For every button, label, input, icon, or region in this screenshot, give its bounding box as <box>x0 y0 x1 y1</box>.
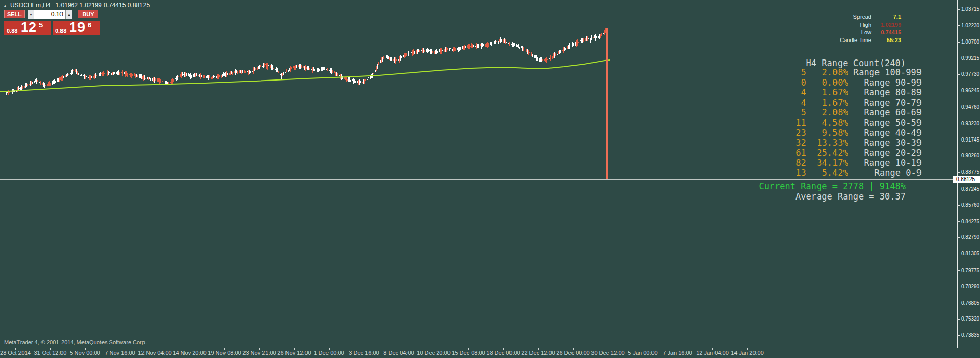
range-row: 61 25.42% Range 20-29 <box>795 148 922 158</box>
price-tick <box>957 303 960 303</box>
range-row: 5 2.08% Range 100-999 <box>795 68 922 78</box>
price-axis-label: 0.87245 <box>961 186 980 192</box>
range-row-count-pct: 13 5.42% <box>795 168 848 178</box>
range-row-label: Range 30-39 <box>848 137 922 148</box>
time-axis-label: 18 Dec 00:00 <box>486 350 520 356</box>
price-tick <box>957 189 960 189</box>
price-tick <box>957 172 960 173</box>
volume-input[interactable]: 0.10 <box>34 10 66 19</box>
sell-price-box[interactable]: 0.88 12 5 <box>4 21 51 35</box>
time-axis-label: 22 Dec 12:00 <box>521 350 555 356</box>
range-row-label: Range 0-9 <box>848 168 922 178</box>
price-tick <box>957 335 960 336</box>
range-row: 5 2.08% Range 60-69 <box>795 108 922 118</box>
range-row-label: Range 50-59 <box>848 117 922 128</box>
price-axis-label: 0.76805 <box>961 300 980 306</box>
info-label: Low <box>737 29 877 36</box>
info-label: Spread <box>737 13 877 21</box>
info-value: 55:23 <box>877 36 901 44</box>
time-axis-label: 14 Nov 20:00 <box>173 350 206 356</box>
range-row-count-pct: 82 34.17% <box>795 157 848 168</box>
range-row-count-pct: 4 1.67% <box>795 97 848 108</box>
price-tick <box>957 25 960 26</box>
buy-button[interactable]: BUY <box>78 10 98 18</box>
time-axis-label: 1 Dec 00:00 <box>314 350 344 356</box>
price-tick <box>957 9 960 10</box>
price-axis-label: 1.03715 <box>961 6 980 12</box>
range-row: 13 5.42% Range 0-9 <box>795 168 922 178</box>
info-value: 0.74415 <box>877 29 901 36</box>
price-axis-label: 0.79775 <box>961 268 980 274</box>
range-row: 11 4.58% Range 50-59 <box>795 118 922 128</box>
copyright-label: MetaTrader 4, © 2001-2014, MetaQuotes So… <box>4 339 147 345</box>
time-axis-label: 19 Nov 08:00 <box>208 350 241 356</box>
info-row: Spread7.1 <box>737 13 901 21</box>
time-axis-label: 12 Jan 04:00 <box>696 350 729 356</box>
price-tick <box>957 124 960 124</box>
range-row-count-pct: 4 1.67% <box>795 87 848 97</box>
range-row-count-pct: 11 4.58% <box>795 117 848 128</box>
time-axis-label: 15 Dec 08:00 <box>452 350 485 356</box>
price-axis-label: 1.02230 <box>961 23 980 29</box>
price-tick <box>957 221 960 222</box>
range-row: 32 13.33% Range 30-39 <box>795 138 922 148</box>
info-row: Low0.74415 <box>737 29 901 36</box>
price-axis-label: 0.96245 <box>961 88 980 94</box>
range-row-label: Range 80-89 <box>848 87 922 97</box>
price-axis-label: 0.81305 <box>961 251 980 257</box>
range-row: 82 34.17% Range 10-19 <box>795 158 922 168</box>
range-panel-title: H4 Range Count(240) <box>806 58 906 68</box>
buy-price-pips: 19 <box>69 19 86 35</box>
sell-button[interactable]: SELL <box>4 10 25 18</box>
price-tick <box>957 42 960 43</box>
candlestick-chart <box>0 0 980 358</box>
price-axis-label: 0.99215 <box>961 55 980 62</box>
time-axis-label: 28 Oct 2014 <box>0 350 31 356</box>
info-row: High1.02199 <box>737 21 901 29</box>
symbol-period-label: USDCHFm,H4 <box>10 2 51 9</box>
range-row-count-pct: 0 0.00% <box>795 77 848 88</box>
time-axis-label: 23 Nov 21:00 <box>242 350 276 356</box>
price-axis-label: 0.75320 <box>961 316 980 322</box>
average-range-label: Average Range = 30.37 <box>795 191 906 202</box>
time-axis-label: 30 Dec 12:00 <box>591 350 624 356</box>
time-axis-label: 10 Dec 20:00 <box>417 350 450 356</box>
range-row: 0 0.00% Range 90-99 <box>795 78 922 88</box>
range-panel-rows: 5 2.08% Range 100-999 0 0.00% Range 90-9… <box>795 68 922 178</box>
range-row-label: Range 60-69 <box>848 107 922 117</box>
price-axis-label: 1.00700 <box>961 39 980 45</box>
buy-price-box[interactable]: 0.88 19 6 <box>53 21 100 35</box>
range-row-label: Range 90-99 <box>848 77 922 88</box>
price-tick <box>957 319 960 320</box>
time-axis-label: 7 Jan 16:00 <box>663 350 692 356</box>
current-price-tag: 0.88125 <box>953 176 980 183</box>
price-axis-label: 0.73835 <box>961 332 980 339</box>
sell-price-pipette: 5 <box>39 21 43 29</box>
price-tick <box>957 205 960 206</box>
info-label: High <box>737 21 877 29</box>
price-axis-label: 0.85760 <box>961 202 980 208</box>
buy-price-pipette: 6 <box>88 21 91 29</box>
price-tick <box>957 270 960 271</box>
price-tick <box>957 237 960 238</box>
mt4-chart-window: ▲USDCHFm,H41.01962 1.02199 0.74415 0.881… <box>0 0 980 358</box>
time-axis-label: 26 Dec 00:00 <box>556 350 589 356</box>
range-row-label: Range 10-19 <box>848 157 922 168</box>
moving-average-line <box>0 60 610 92</box>
collapse-triangle-icon[interactable]: ▲ <box>3 4 7 8</box>
time-axis-label: 14 Jan 20:00 <box>731 350 764 356</box>
time-axis-label: 5 Jan 00:00 <box>628 350 658 356</box>
time-axis-label: 31 Oct 12:00 <box>34 350 67 356</box>
price-axis-label: 0.88775 <box>961 169 980 175</box>
range-row: 4 1.67% Range 80-89 <box>795 88 922 98</box>
price-tick <box>957 107 960 107</box>
range-row-count-pct: 5 2.08% <box>795 107 848 117</box>
range-row-count-pct: 5 2.08% <box>795 67 848 77</box>
range-row: 23 9.58% Range 40-49 <box>795 128 922 138</box>
ohlc-values: 1.01962 1.02199 0.74415 0.88125 <box>56 2 150 9</box>
price-tick <box>957 156 960 156</box>
price-tick <box>957 254 960 254</box>
range-row-count-pct: 61 25.42% <box>795 148 848 158</box>
info-label: Candle Time <box>737 36 877 44</box>
volume-increase-button[interactable]: ▲ <box>66 10 72 19</box>
